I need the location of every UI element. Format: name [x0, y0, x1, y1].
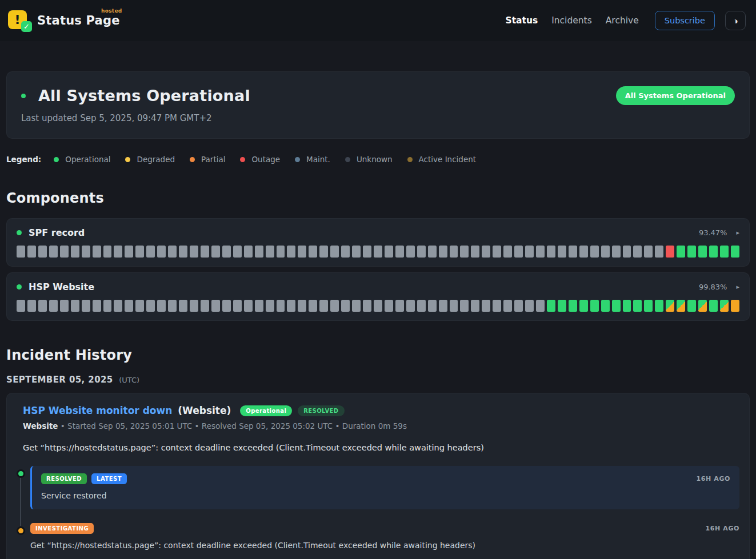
uptime-bar[interactable] — [612, 300, 621, 312]
uptime-bar[interactable] — [49, 246, 58, 258]
uptime-bar[interactable] — [244, 300, 253, 312]
uptime-bar[interactable] — [395, 246, 404, 258]
uptime-bar[interactable] — [633, 246, 642, 258]
uptime-bar[interactable] — [677, 246, 685, 258]
uptime-bar[interactable] — [698, 300, 707, 312]
uptime-bar[interactable] — [352, 300, 361, 312]
uptime-bar[interactable] — [103, 300, 112, 312]
uptime-bar[interactable] — [385, 300, 393, 312]
nav-link-status[interactable]: Status — [505, 15, 538, 26]
uptime-bar[interactable] — [125, 300, 133, 312]
uptime-bar[interactable] — [687, 246, 696, 258]
uptime-bar[interactable] — [93, 246, 101, 258]
expand-arrow-icon[interactable]: ▸ — [736, 283, 739, 291]
uptime-bar[interactable] — [277, 246, 285, 258]
uptime-bar[interactable] — [471, 300, 479, 312]
uptime-bar[interactable] — [222, 246, 231, 258]
uptime-bar[interactable] — [503, 246, 512, 258]
uptime-bar[interactable] — [709, 300, 718, 312]
uptime-bar[interactable] — [503, 300, 512, 312]
uptime-bar[interactable] — [536, 300, 545, 312]
uptime-bar[interactable] — [179, 300, 187, 312]
uptime-bar[interactable] — [644, 300, 653, 312]
uptime-bar[interactable] — [60, 246, 69, 258]
uptime-bar[interactable] — [666, 300, 674, 312]
theme-toggle-button[interactable]: ◑ — [725, 11, 746, 30]
uptime-bar[interactable] — [633, 300, 642, 312]
uptime-bar[interactable] — [319, 246, 328, 258]
uptime-bar[interactable] — [277, 300, 285, 312]
uptime-bar[interactable] — [135, 300, 144, 312]
uptime-bar[interactable] — [255, 246, 263, 258]
uptime-bar[interactable] — [49, 300, 58, 312]
uptime-bar[interactable] — [287, 300, 295, 312]
uptime-bar[interactable] — [644, 246, 653, 258]
uptime-bar[interactable] — [493, 246, 501, 258]
uptime-bar[interactable] — [579, 246, 588, 258]
uptime-bar[interactable] — [17, 246, 25, 258]
uptime-bar[interactable] — [731, 300, 739, 312]
uptime-bar[interactable] — [179, 246, 187, 258]
uptime-bar[interactable] — [363, 300, 371, 312]
uptime-bar[interactable] — [233, 246, 242, 258]
uptime-bar[interactable] — [71, 246, 79, 258]
uptime-bar[interactable] — [720, 246, 729, 258]
uptime-bar[interactable] — [211, 300, 220, 312]
nav-link-incidents[interactable]: Incidents — [551, 15, 592, 26]
uptime-bar[interactable] — [698, 246, 707, 258]
uptime-bar[interactable] — [514, 246, 523, 258]
incident-title-link[interactable]: HSP Website monitor down — [23, 405, 172, 416]
uptime-bar[interactable] — [374, 300, 382, 312]
uptime-bar[interactable] — [439, 300, 447, 312]
uptime-bar[interactable] — [450, 300, 458, 312]
uptime-bar[interactable] — [244, 246, 253, 258]
uptime-bar[interactable] — [266, 246, 274, 258]
subscribe-button[interactable]: Subscribe — [655, 11, 715, 30]
uptime-bar[interactable] — [428, 246, 437, 258]
uptime-bar[interactable] — [146, 300, 155, 312]
uptime-bar[interactable] — [687, 300, 696, 312]
uptime-bar[interactable] — [190, 246, 198, 258]
uptime-bar[interactable] — [417, 300, 426, 312]
uptime-bar[interactable] — [439, 246, 447, 258]
uptime-bar[interactable] — [547, 300, 555, 312]
uptime-bar[interactable] — [27, 300, 36, 312]
uptime-bar[interactable] — [525, 300, 534, 312]
uptime-bar[interactable] — [201, 246, 209, 258]
uptime-bar[interactable] — [482, 300, 490, 312]
uptime-bar[interactable] — [579, 300, 588, 312]
uptime-bar[interactable] — [395, 300, 404, 312]
uptime-bar[interactable] — [482, 246, 490, 258]
uptime-bar[interactable] — [450, 246, 458, 258]
component-header[interactable]: HSP Website 99.83% ▸ — [17, 281, 739, 292]
uptime-bar[interactable] — [309, 246, 317, 258]
uptime-bar[interactable] — [168, 246, 177, 258]
uptime-bar[interactable] — [266, 300, 274, 312]
uptime-bar[interactable] — [82, 300, 90, 312]
uptime-bar[interactable] — [190, 300, 198, 312]
uptime-bar[interactable] — [298, 246, 306, 258]
uptime-bar[interactable] — [341, 246, 350, 258]
uptime-bar[interactable] — [547, 246, 555, 258]
uptime-bar[interactable] — [525, 246, 534, 258]
uptime-bar[interactable] — [146, 246, 155, 258]
uptime-bar[interactable] — [569, 246, 577, 258]
uptime-bar[interactable] — [82, 246, 90, 258]
uptime-bar[interactable] — [309, 300, 317, 312]
uptime-bar[interactable] — [731, 246, 739, 258]
nav-link-archive[interactable]: Archive — [606, 15, 639, 26]
uptime-bar[interactable] — [406, 300, 415, 312]
uptime-bar[interactable] — [255, 300, 263, 312]
uptime-bar[interactable] — [93, 300, 101, 312]
uptime-bar[interactable] — [590, 300, 599, 312]
uptime-bar[interactable] — [666, 246, 674, 258]
uptime-bar[interactable] — [590, 246, 599, 258]
uptime-bar[interactable] — [27, 246, 36, 258]
uptime-bar[interactable] — [157, 300, 166, 312]
uptime-bar[interactable] — [135, 246, 144, 258]
uptime-bar[interactable] — [385, 246, 393, 258]
uptime-bar[interactable] — [201, 300, 209, 312]
uptime-bar[interactable] — [493, 300, 501, 312]
uptime-bar[interactable] — [71, 300, 79, 312]
uptime-bar[interactable] — [363, 246, 371, 258]
